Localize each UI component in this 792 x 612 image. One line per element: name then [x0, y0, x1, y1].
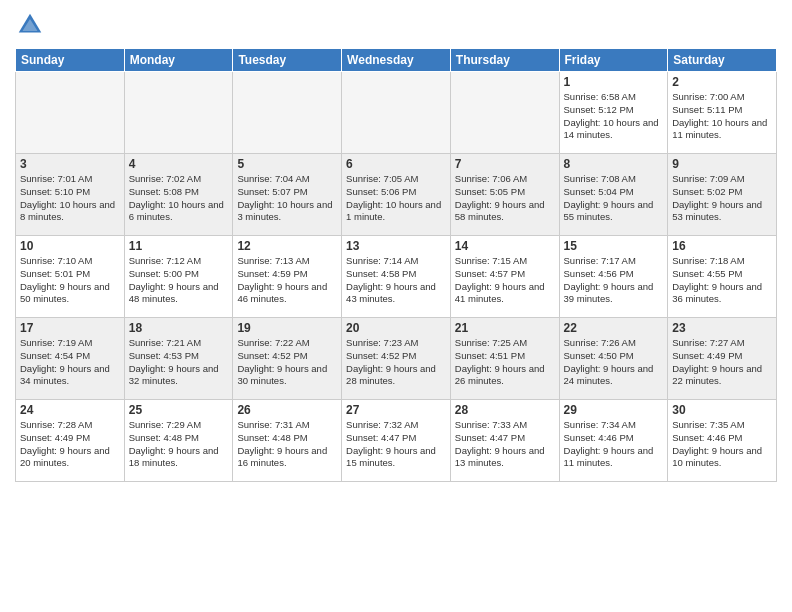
day-cell: 20Sunrise: 7:23 AM Sunset: 4:52 PM Dayli…: [342, 318, 451, 400]
day-number: 18: [129, 321, 229, 335]
day-header: Friday: [559, 49, 668, 72]
header-row: SundayMondayTuesdayWednesdayThursdayFrid…: [16, 49, 777, 72]
day-cell: 13Sunrise: 7:14 AM Sunset: 4:58 PM Dayli…: [342, 236, 451, 318]
day-number: 13: [346, 239, 446, 253]
day-cell: [450, 72, 559, 154]
day-number: 7: [455, 157, 555, 171]
day-cell: 11Sunrise: 7:12 AM Sunset: 5:00 PM Dayli…: [124, 236, 233, 318]
day-cell: 27Sunrise: 7:32 AM Sunset: 4:47 PM Dayli…: [342, 400, 451, 482]
day-info: Sunrise: 6:58 AM Sunset: 5:12 PM Dayligh…: [564, 91, 664, 142]
day-number: 2: [672, 75, 772, 89]
day-cell: 25Sunrise: 7:29 AM Sunset: 4:48 PM Dayli…: [124, 400, 233, 482]
day-number: 22: [564, 321, 664, 335]
day-info: Sunrise: 7:02 AM Sunset: 5:08 PM Dayligh…: [129, 173, 229, 224]
day-info: Sunrise: 7:12 AM Sunset: 5:00 PM Dayligh…: [129, 255, 229, 306]
day-info: Sunrise: 7:26 AM Sunset: 4:50 PM Dayligh…: [564, 337, 664, 388]
day-info: Sunrise: 7:00 AM Sunset: 5:11 PM Dayligh…: [672, 91, 772, 142]
day-info: Sunrise: 7:19 AM Sunset: 4:54 PM Dayligh…: [20, 337, 120, 388]
logo: [15, 10, 49, 40]
day-info: Sunrise: 7:21 AM Sunset: 4:53 PM Dayligh…: [129, 337, 229, 388]
day-number: 1: [564, 75, 664, 89]
day-info: Sunrise: 7:32 AM Sunset: 4:47 PM Dayligh…: [346, 419, 446, 470]
day-info: Sunrise: 7:31 AM Sunset: 4:48 PM Dayligh…: [237, 419, 337, 470]
day-header: Saturday: [668, 49, 777, 72]
day-cell: 8Sunrise: 7:08 AM Sunset: 5:04 PM Daylig…: [559, 154, 668, 236]
day-cell: 17Sunrise: 7:19 AM Sunset: 4:54 PM Dayli…: [16, 318, 125, 400]
day-header: Wednesday: [342, 49, 451, 72]
day-cell: 9Sunrise: 7:09 AM Sunset: 5:02 PM Daylig…: [668, 154, 777, 236]
day-cell: 2Sunrise: 7:00 AM Sunset: 5:11 PM Daylig…: [668, 72, 777, 154]
day-cell: 1Sunrise: 6:58 AM Sunset: 5:12 PM Daylig…: [559, 72, 668, 154]
day-header: Monday: [124, 49, 233, 72]
day-number: 10: [20, 239, 120, 253]
day-cell: [124, 72, 233, 154]
day-cell: 18Sunrise: 7:21 AM Sunset: 4:53 PM Dayli…: [124, 318, 233, 400]
day-cell: 14Sunrise: 7:15 AM Sunset: 4:57 PM Dayli…: [450, 236, 559, 318]
day-cell: 30Sunrise: 7:35 AM Sunset: 4:46 PM Dayli…: [668, 400, 777, 482]
day-number: 4: [129, 157, 229, 171]
day-info: Sunrise: 7:01 AM Sunset: 5:10 PM Dayligh…: [20, 173, 120, 224]
day-info: Sunrise: 7:09 AM Sunset: 5:02 PM Dayligh…: [672, 173, 772, 224]
day-number: 19: [237, 321, 337, 335]
day-number: 24: [20, 403, 120, 417]
day-cell: [16, 72, 125, 154]
week-row: 10Sunrise: 7:10 AM Sunset: 5:01 PM Dayli…: [16, 236, 777, 318]
day-number: 29: [564, 403, 664, 417]
day-number: 14: [455, 239, 555, 253]
day-number: 15: [564, 239, 664, 253]
day-cell: 22Sunrise: 7:26 AM Sunset: 4:50 PM Dayli…: [559, 318, 668, 400]
day-cell: [233, 72, 342, 154]
day-cell: 15Sunrise: 7:17 AM Sunset: 4:56 PM Dayli…: [559, 236, 668, 318]
day-number: 3: [20, 157, 120, 171]
day-info: Sunrise: 7:28 AM Sunset: 4:49 PM Dayligh…: [20, 419, 120, 470]
day-info: Sunrise: 7:17 AM Sunset: 4:56 PM Dayligh…: [564, 255, 664, 306]
day-number: 30: [672, 403, 772, 417]
day-info: Sunrise: 7:06 AM Sunset: 5:05 PM Dayligh…: [455, 173, 555, 224]
day-info: Sunrise: 7:13 AM Sunset: 4:59 PM Dayligh…: [237, 255, 337, 306]
day-cell: 4Sunrise: 7:02 AM Sunset: 5:08 PM Daylig…: [124, 154, 233, 236]
day-header: Sunday: [16, 49, 125, 72]
day-cell: 29Sunrise: 7:34 AM Sunset: 4:46 PM Dayli…: [559, 400, 668, 482]
day-info: Sunrise: 7:33 AM Sunset: 4:47 PM Dayligh…: [455, 419, 555, 470]
day-header: Tuesday: [233, 49, 342, 72]
day-number: 25: [129, 403, 229, 417]
day-info: Sunrise: 7:25 AM Sunset: 4:51 PM Dayligh…: [455, 337, 555, 388]
day-cell: 3Sunrise: 7:01 AM Sunset: 5:10 PM Daylig…: [16, 154, 125, 236]
day-number: 21: [455, 321, 555, 335]
day-cell: 19Sunrise: 7:22 AM Sunset: 4:52 PM Dayli…: [233, 318, 342, 400]
day-cell: 21Sunrise: 7:25 AM Sunset: 4:51 PM Dayli…: [450, 318, 559, 400]
day-info: Sunrise: 7:08 AM Sunset: 5:04 PM Dayligh…: [564, 173, 664, 224]
page: SundayMondayTuesdayWednesdayThursdayFrid…: [0, 0, 792, 612]
day-info: Sunrise: 7:34 AM Sunset: 4:46 PM Dayligh…: [564, 419, 664, 470]
day-info: Sunrise: 7:35 AM Sunset: 4:46 PM Dayligh…: [672, 419, 772, 470]
day-info: Sunrise: 7:18 AM Sunset: 4:55 PM Dayligh…: [672, 255, 772, 306]
day-info: Sunrise: 7:05 AM Sunset: 5:06 PM Dayligh…: [346, 173, 446, 224]
day-cell: 7Sunrise: 7:06 AM Sunset: 5:05 PM Daylig…: [450, 154, 559, 236]
day-info: Sunrise: 7:27 AM Sunset: 4:49 PM Dayligh…: [672, 337, 772, 388]
week-row: 17Sunrise: 7:19 AM Sunset: 4:54 PM Dayli…: [16, 318, 777, 400]
day-number: 5: [237, 157, 337, 171]
day-info: Sunrise: 7:15 AM Sunset: 4:57 PM Dayligh…: [455, 255, 555, 306]
day-cell: 12Sunrise: 7:13 AM Sunset: 4:59 PM Dayli…: [233, 236, 342, 318]
day-cell: 10Sunrise: 7:10 AM Sunset: 5:01 PM Dayli…: [16, 236, 125, 318]
day-header: Thursday: [450, 49, 559, 72]
day-cell: 5Sunrise: 7:04 AM Sunset: 5:07 PM Daylig…: [233, 154, 342, 236]
day-number: 8: [564, 157, 664, 171]
day-number: 20: [346, 321, 446, 335]
day-cell: 26Sunrise: 7:31 AM Sunset: 4:48 PM Dayli…: [233, 400, 342, 482]
day-info: Sunrise: 7:04 AM Sunset: 5:07 PM Dayligh…: [237, 173, 337, 224]
day-info: Sunrise: 7:10 AM Sunset: 5:01 PM Dayligh…: [20, 255, 120, 306]
header: [15, 10, 777, 40]
day-number: 26: [237, 403, 337, 417]
week-row: 24Sunrise: 7:28 AM Sunset: 4:49 PM Dayli…: [16, 400, 777, 482]
day-number: 23: [672, 321, 772, 335]
day-number: 6: [346, 157, 446, 171]
day-number: 17: [20, 321, 120, 335]
day-cell: 6Sunrise: 7:05 AM Sunset: 5:06 PM Daylig…: [342, 154, 451, 236]
week-row: 1Sunrise: 6:58 AM Sunset: 5:12 PM Daylig…: [16, 72, 777, 154]
day-info: Sunrise: 7:29 AM Sunset: 4:48 PM Dayligh…: [129, 419, 229, 470]
day-cell: 24Sunrise: 7:28 AM Sunset: 4:49 PM Dayli…: [16, 400, 125, 482]
day-number: 16: [672, 239, 772, 253]
day-number: 11: [129, 239, 229, 253]
day-cell: 28Sunrise: 7:33 AM Sunset: 4:47 PM Dayli…: [450, 400, 559, 482]
